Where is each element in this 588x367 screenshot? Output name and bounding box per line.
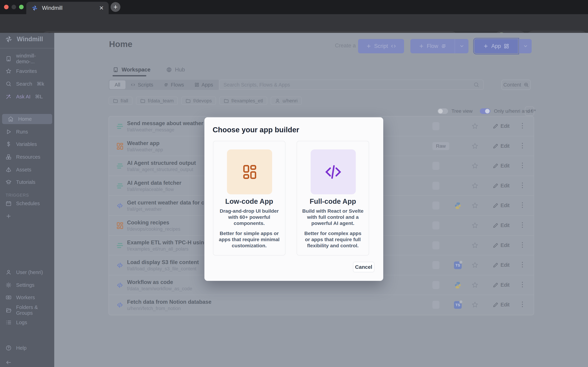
sidebar-item-workers[interactable]: Workers: [0, 292, 54, 302]
sidebar-item-resources[interactable]: Resources: [0, 152, 54, 162]
edit-button[interactable]: Edit: [493, 202, 510, 208]
sidebar-brand[interactable]: Windmill: [5, 35, 43, 43]
favorite-star-icon[interactable]: [471, 262, 478, 269]
flow-icon: [116, 182, 124, 190]
item-menu-icon[interactable]: ⋮: [519, 161, 526, 169]
edit-button[interactable]: Edit: [493, 302, 510, 308]
item-menu-icon[interactable]: ⋮: [519, 300, 526, 308]
edit-label: Edit: [501, 242, 510, 248]
flow-dropdown-button[interactable]: [455, 39, 468, 53]
sidebar-item-tutorials[interactable]: Tutorials: [0, 177, 54, 187]
only-filter-toggle[interactable]: [480, 108, 490, 114]
app-builder-modal: Choose your app builder Low-code App Dra…: [204, 117, 383, 281]
edit-button[interactable]: Edit: [493, 123, 510, 129]
favorite-star-icon[interactable]: [471, 222, 478, 229]
user-icon: [6, 269, 12, 275]
sidebar-item-workspace[interactable]: windmill-demo-...: [0, 54, 54, 64]
create-app-button[interactable]: App: [474, 39, 518, 53]
filter-scripts[interactable]: Scripts: [125, 80, 159, 89]
folders-groups-label: Folders & Groups: [16, 304, 54, 316]
sidebar-item-runs[interactable]: Runs: [0, 127, 54, 137]
edit-label: Edit: [501, 202, 510, 208]
sidebar-item-logs[interactable]: Logs: [0, 317, 54, 327]
owner-chip[interactable]: f/examples_etl: [219, 97, 267, 105]
cancel-button[interactable]: Cancel: [353, 262, 374, 272]
sidebar-item-schedules[interactable]: Schedules: [0, 199, 54, 208]
create-script-button[interactable]: Script: [358, 39, 404, 53]
active-tab-underline: [112, 75, 146, 76]
edit-button[interactable]: Edit: [493, 143, 510, 149]
item-menu-icon[interactable]: ⋮: [519, 281, 526, 288]
pencil-icon: [493, 123, 498, 129]
edit-button[interactable]: Edit: [493, 222, 510, 228]
favorite-star-icon[interactable]: [471, 242, 478, 249]
list-settings-button[interactable]: [525, 107, 534, 116]
sidebar-item-search[interactable]: Search ⌘k: [0, 79, 54, 89]
sliders-icon: [527, 108, 532, 114]
tab-workspace[interactable]: Workspace: [113, 67, 150, 73]
favorite-star-icon[interactable]: [471, 162, 478, 169]
create-flow-button[interactable]: Flow: [410, 39, 455, 53]
list-item[interactable]: Fetch data from Notion database u/henri/…: [109, 295, 534, 315]
sidebar-item-favorites[interactable]: Favorites: [0, 66, 54, 76]
search-field[interactable]: [219, 80, 484, 90]
favorite-star-icon[interactable]: [471, 301, 478, 308]
edit-button[interactable]: Edit: [493, 183, 510, 189]
tab-hub[interactable]: Hub: [166, 67, 185, 73]
sidebar-item-assets[interactable]: Assets: [0, 165, 54, 175]
traffic-close-icon[interactable]: [4, 5, 9, 9]
sidebar-item-variables[interactable]: Variables: [0, 139, 54, 149]
app-dropdown-button[interactable]: [519, 39, 532, 53]
filter-all[interactable]: All: [109, 80, 125, 89]
item-title: Get current weather data for city: [127, 200, 210, 206]
modal-title: Choose your app builder: [213, 126, 299, 134]
favorite-star-icon[interactable]: [471, 143, 478, 150]
item-menu-icon[interactable]: ⋮: [519, 221, 526, 229]
sidebar-item-folders-groups[interactable]: Folders & Groups: [0, 305, 54, 315]
traffic-zoom-icon[interactable]: [19, 5, 24, 9]
filter-apps[interactable]: Apps: [189, 80, 218, 89]
content-search-button[interactable]: Content: [502, 80, 531, 90]
low-code-app-card[interactable]: Low-code App Drag-and-drop UI builder wi…: [213, 141, 285, 256]
item-menu-icon[interactable]: ⋮: [519, 122, 526, 129]
item-menu-icon[interactable]: ⋮: [519, 261, 526, 268]
favorite-star-icon[interactable]: [471, 202, 478, 209]
sidebar-item-help[interactable]: Help: [0, 343, 54, 353]
sidebar-divider: [0, 48, 54, 48]
sidebar-item-settings[interactable]: Settings: [0, 280, 54, 290]
item-menu-icon[interactable]: ⋮: [519, 201, 526, 209]
item-menu-icon[interactable]: ⋮: [519, 241, 526, 249]
favorite-star-icon[interactable]: [471, 182, 478, 189]
edit-button[interactable]: Edit: [493, 163, 510, 169]
full-code-app-card[interactable]: Full-code App Build with React or Svelte…: [297, 141, 369, 256]
sidebar-item-user[interactable]: User (henri): [0, 267, 54, 277]
edit-label: Edit: [501, 123, 510, 129]
owner-chips: f/all f/data_team f/devops f/: [109, 97, 302, 105]
sidebar-item-home[interactable]: Home: [2, 114, 52, 124]
item-menu-icon[interactable]: ⋮: [519, 181, 526, 189]
new-tab-button[interactable]: +: [111, 2, 121, 12]
traffic-minimize-icon[interactable]: [12, 5, 16, 9]
pencil-icon: [493, 143, 498, 149]
owner-chip[interactable]: u/henri: [271, 97, 302, 105]
browser-tab[interactable]: Windmill ✕: [26, 2, 109, 14]
item-menu-icon[interactable]: ⋮: [519, 142, 526, 149]
owner-chip[interactable]: f/data_team: [136, 97, 178, 105]
edit-label: Edit: [501, 282, 510, 288]
owner-chip[interactable]: f/all: [109, 97, 132, 105]
filter-flows[interactable]: Flows: [159, 80, 189, 89]
edit-button[interactable]: Edit: [493, 262, 510, 268]
edit-button[interactable]: Edit: [493, 242, 510, 248]
favorite-star-icon[interactable]: [471, 282, 478, 289]
sidebar-collapse-button[interactable]: [0, 358, 54, 367]
python-icon: [454, 202, 462, 209]
tab-close-icon[interactable]: ✕: [99, 5, 104, 11]
owner-chip[interactable]: f/devops: [181, 97, 216, 105]
sidebar-item-ask-ai[interactable]: Ask AI ⌘L: [0, 92, 54, 101]
search-input[interactable]: [223, 82, 470, 88]
tree-view-toggle[interactable]: [438, 108, 448, 114]
favorite-star-icon[interactable]: [471, 123, 478, 130]
sidebar-add-trigger-button[interactable]: [0, 211, 54, 221]
edit-button[interactable]: Edit: [493, 282, 510, 288]
language-icon: TS: [454, 261, 462, 269]
